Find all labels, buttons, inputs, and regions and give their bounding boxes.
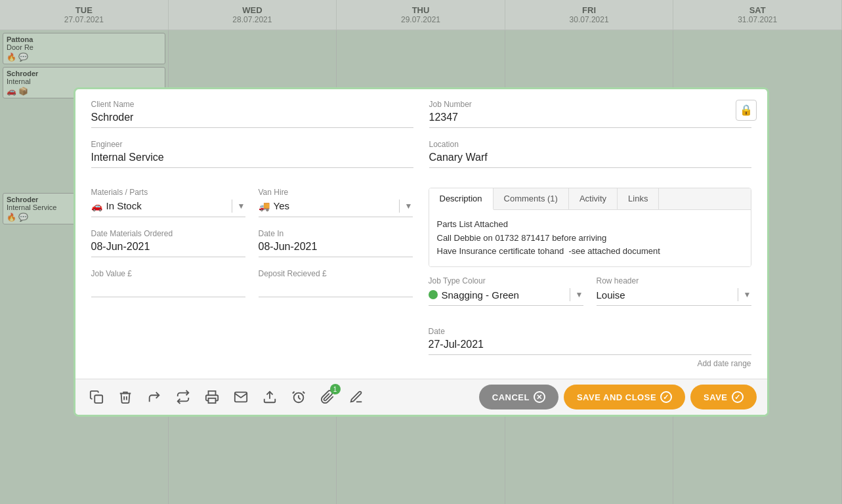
client-name-input[interactable]: [91, 112, 413, 128]
date-input[interactable]: [429, 339, 751, 355]
date-materials-label: Date Materials Ordered: [91, 229, 245, 238]
separator4: [738, 288, 738, 301]
add-date-range-link[interactable]: Add date range: [429, 359, 751, 368]
van-hire-dropdown[interactable]: 🚚 Yes ▼: [259, 200, 413, 217]
save-close-icon: ✓: [660, 391, 672, 403]
job-type-arrow-icon[interactable]: ▼: [576, 290, 583, 299]
job-type-colour-label: Job Type Colour: [429, 276, 583, 285]
tab-description-content: Parts List Attached Call Debbie on 01732…: [429, 210, 751, 266]
row-header-value: Louise: [597, 289, 732, 301]
left-panel: Materials / Parts 🚗 In Stock ▼ Van Hire …: [91, 188, 413, 368]
toolbar-right: CANCEL ✕ SAVE AND CLOSE ✓ SAVE ✓: [479, 385, 757, 410]
job-value-label: Job Value £: [91, 269, 245, 278]
tabs-header: Description Comments (1) Activity Links: [429, 188, 751, 210]
van-hire-arrow-icon[interactable]: ▼: [405, 201, 413, 211]
save-and-close-label: SAVE AND CLOSE: [577, 392, 656, 402]
colour-dot: [429, 290, 438, 299]
email-button[interactable]: [230, 387, 251, 408]
job-number-label: Job Number: [429, 100, 751, 109]
truck-icon: 🚚: [259, 201, 270, 211]
description-text: Parts List Attached Call Debbie on 01732…: [437, 218, 743, 259]
materials-value: In Stock: [106, 200, 226, 211]
tab-description[interactable]: Description: [429, 188, 494, 210]
job-number-input[interactable]: [429, 112, 751, 128]
engineer-group: Engineer: [91, 140, 413, 168]
date-row: Date Add date range: [429, 327, 751, 368]
job-type-colour-group: Job Type Colour Snagging - Green ▼: [429, 276, 583, 306]
modal-toolbar: 1 CANCEL ✕ SAVE AND CLOSE ✓: [75, 379, 767, 415]
value-deposit-row: Job Value £ Deposit Recieved £: [91, 269, 413, 309]
client-name-label: Client Name: [91, 100, 413, 109]
cancel-button[interactable]: CANCEL ✕: [479, 385, 558, 410]
print-button[interactable]: [201, 387, 222, 408]
modal-body: Materials / Parts 🚗 In Stock ▼ Van Hire …: [75, 188, 767, 379]
row-header-label: Row header: [597, 276, 751, 285]
job-type-colour-dropdown[interactable]: Snagging - Green ▼: [429, 288, 583, 306]
job-number-group: Job Number: [429, 100, 751, 128]
van-hire-value: Yes: [274, 200, 394, 211]
forward-button[interactable]: [144, 387, 165, 408]
attach-button[interactable]: 1: [317, 387, 338, 408]
client-name-group: Client Name: [91, 100, 413, 128]
svg-rect-0: [95, 395, 102, 403]
lock-button[interactable]: 🔒: [736, 100, 757, 121]
copy-button[interactable]: [86, 387, 107, 408]
alarm-button[interactable]: [288, 387, 309, 408]
modal-overlay: 🔒 Client Name Engineer Job Number: [0, 0, 842, 504]
materials-dropdown[interactable]: 🚗 In Stock ▼: [91, 200, 245, 217]
job-type-colour-value: Snagging - Green: [442, 289, 564, 301]
engineer-input[interactable]: [91, 152, 413, 168]
deposit-group: Deposit Recieved £: [259, 269, 413, 297]
save-button[interactable]: SAVE ✓: [690, 385, 756, 410]
tab-links[interactable]: Links: [618, 188, 659, 209]
row-header-arrow-icon[interactable]: ▼: [744, 290, 751, 299]
materials-van-row: Materials / Parts 🚗 In Stock ▼ Van Hire …: [91, 188, 413, 229]
engineer-label: Engineer: [91, 140, 413, 149]
date-label: Date: [429, 327, 751, 336]
van-hire-group: Van Hire 🚚 Yes ▼: [259, 188, 413, 217]
materials-arrow-icon[interactable]: ▼: [238, 201, 245, 211]
materials-group: Materials / Parts 🚗 In Stock ▼: [91, 188, 245, 217]
attach-badge: 1: [330, 384, 341, 394]
location-input[interactable]: [429, 152, 751, 168]
toolbar-left: 1: [86, 387, 367, 408]
van-hire-label: Van Hire: [259, 188, 413, 197]
separator: [232, 200, 232, 213]
tab-comments[interactable]: Comments (1): [494, 188, 569, 209]
location-label: Location: [429, 140, 751, 149]
job-type-row: Job Type Colour Snagging - Green ▼ Row h…: [429, 276, 751, 318]
cancel-icon: ✕: [534, 391, 545, 403]
deposit-input[interactable]: [259, 281, 413, 297]
separator3: [570, 288, 570, 301]
swap-button[interactable]: [173, 387, 194, 408]
header-left: Client Name Engineer: [91, 100, 413, 180]
tabs-container: Description Comments (1) Activity Links …: [429, 188, 751, 267]
dates-row: Date Materials Ordered Date In: [91, 229, 413, 269]
date-in-group: Date In: [259, 229, 413, 257]
save-label: SAVE: [704, 392, 727, 402]
header-right: Job Number Location: [429, 100, 751, 180]
date-materials-input[interactable]: [91, 241, 245, 257]
date-materials-group: Date Materials Ordered: [91, 229, 245, 257]
row-header-dropdown[interactable]: Louise ▼: [597, 288, 751, 306]
modal-header-fields: Client Name Engineer Job Number Location: [75, 89, 767, 188]
delete-button[interactable]: [115, 387, 136, 408]
materials-label: Materials / Parts: [91, 188, 245, 197]
save-and-close-button[interactable]: SAVE AND CLOSE ✓: [564, 385, 685, 410]
date-in-label: Date In: [259, 229, 413, 238]
export-button[interactable]: [259, 387, 280, 408]
save-icon: ✓: [732, 391, 744, 403]
tab-activity[interactable]: Activity: [569, 188, 618, 209]
location-group: Location: [429, 140, 751, 168]
right-panel: Description Comments (1) Activity Links …: [429, 188, 751, 368]
separator2: [399, 200, 400, 213]
modal-dialog: 🔒 Client Name Engineer Job Number: [74, 87, 769, 417]
row-header-group: Row header Louise ▼: [597, 276, 751, 306]
date-in-input[interactable]: [259, 241, 413, 257]
job-value-group: Job Value £: [91, 269, 245, 297]
sign-button[interactable]: [346, 387, 367, 408]
car-materials-icon: 🚗: [91, 201, 102, 211]
cancel-label: CANCEL: [492, 392, 530, 402]
deposit-label: Deposit Recieved £: [259, 269, 413, 278]
job-value-input[interactable]: [91, 281, 245, 297]
